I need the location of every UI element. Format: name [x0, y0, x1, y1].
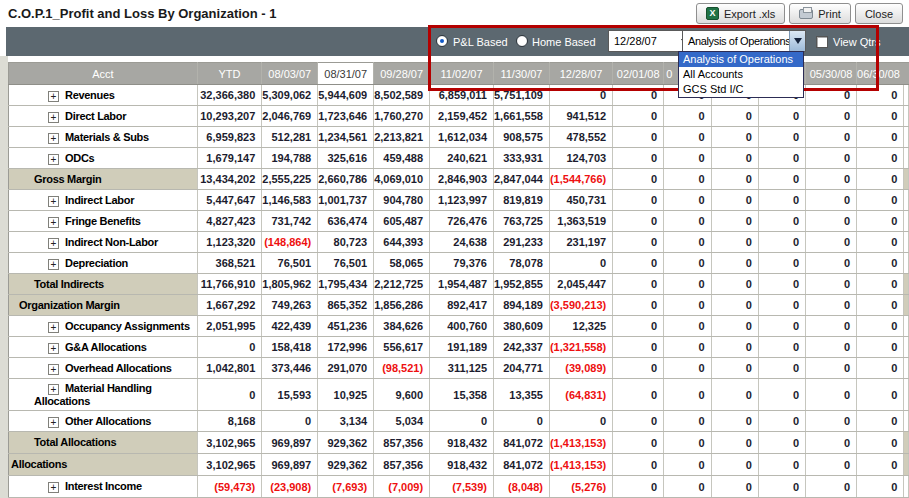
- expand-icon[interactable]: +: [48, 417, 59, 428]
- value-cell: 459,488: [374, 148, 430, 169]
- table-row: Total Indirects11,766,9101,805,9621,795,…: [9, 274, 909, 295]
- value-cell: 5,447,647: [197, 190, 262, 211]
- table-row: Gross Margin13,434,2022,555,2252,660,786…: [9, 169, 909, 190]
- close-label: Close: [865, 8, 893, 20]
- value-cell: 0: [857, 337, 904, 358]
- row-sliver: [904, 127, 909, 148]
- value-cell: 0: [664, 169, 711, 190]
- value-cell: 0: [197, 379, 262, 411]
- value-cell: 450,731: [549, 190, 612, 211]
- expand-icon[interactable]: +: [48, 322, 59, 333]
- table-row: Organization Margin1,667,292749,263865,3…: [9, 295, 909, 316]
- value-cell: 0: [711, 127, 758, 148]
- value-cell: 731,742: [262, 211, 318, 232]
- value-cell: 0: [613, 432, 664, 454]
- value-cell: 11,766,910: [197, 274, 262, 295]
- column-header[interactable]: YTD: [197, 63, 262, 85]
- value-cell: 124,703: [549, 148, 612, 169]
- row-label: +Depreciation: [9, 253, 198, 274]
- window-actions: XExport .xls Print Close: [696, 3, 903, 24]
- row-sliver: [904, 106, 909, 127]
- expand-icon[interactable]: +: [48, 343, 59, 354]
- row-sliver: [904, 253, 909, 274]
- expand-icon[interactable]: +: [48, 238, 59, 249]
- value-cell: 5,944,609: [318, 85, 374, 106]
- expand-icon[interactable]: +: [48, 112, 59, 123]
- value-cell: 0: [664, 454, 711, 476]
- value-cell: 373,446: [262, 358, 318, 379]
- dropdown-option[interactable]: GCS Std I/C: [679, 82, 803, 97]
- value-cell: 2,159,452: [430, 106, 494, 127]
- value-cell: 763,725: [494, 211, 550, 232]
- expand-icon[interactable]: +: [48, 196, 59, 207]
- value-cell: 0: [711, 337, 758, 358]
- value-cell: 0: [711, 476, 758, 498]
- value-cell: 15,593: [262, 379, 318, 411]
- dropdown-option[interactable]: Analysis of Operations: [679, 52, 803, 67]
- row-sliver: [904, 295, 909, 316]
- expand-icon[interactable]: +: [48, 384, 59, 395]
- column-header[interactable]: 08/31/07: [318, 63, 374, 85]
- value-cell: 941,512: [549, 106, 612, 127]
- value-cell: 0: [857, 295, 904, 316]
- value-cell: 0: [758, 169, 805, 190]
- value-cell: 0: [758, 337, 805, 358]
- value-cell: 0: [857, 432, 904, 454]
- value-cell: 0: [664, 274, 711, 295]
- row-label: +Indirect Non-Labor: [9, 232, 198, 253]
- row-label: Total Allocations: [9, 432, 198, 454]
- table-row: +Materials & Subs6,959,823512,2811,234,5…: [9, 127, 909, 148]
- value-cell: (23,908): [262, 476, 318, 498]
- export-xls-button[interactable]: XExport .xls: [696, 3, 785, 24]
- value-cell: 333,931: [494, 148, 550, 169]
- expand-icon[interactable]: +: [48, 482, 59, 493]
- value-cell: 0: [711, 358, 758, 379]
- value-cell: 0: [613, 274, 664, 295]
- expand-icon[interactable]: +: [48, 154, 59, 165]
- value-cell: 1,679,147: [197, 148, 262, 169]
- value-cell: 3,134: [318, 411, 374, 432]
- value-cell: 12,325: [549, 316, 612, 337]
- value-cell: 1,667,292: [197, 295, 262, 316]
- value-cell: (7,693): [318, 476, 374, 498]
- row-label: +G&A Allocations: [9, 337, 198, 358]
- value-cell: 0: [806, 127, 857, 148]
- close-button[interactable]: Close: [855, 3, 903, 24]
- column-header[interactable]: 08/03/07: [262, 63, 318, 85]
- print-button[interactable]: Print: [789, 3, 851, 24]
- row-label: +Occupancy Assignments: [9, 316, 198, 337]
- value-cell: 1,234,561: [318, 127, 374, 148]
- value-cell: 5,309,062: [262, 85, 318, 106]
- value-cell: 191,189: [430, 337, 494, 358]
- column-header-acct[interactable]: Acct: [9, 63, 198, 85]
- value-cell: 9,600: [374, 379, 430, 411]
- value-cell: 0: [613, 106, 664, 127]
- value-cell: 0: [549, 411, 612, 432]
- value-cell: 10,925: [318, 379, 374, 411]
- value-cell: 1,363,519: [549, 211, 612, 232]
- value-cell: 158,418: [262, 337, 318, 358]
- value-cell: 3,102,965: [197, 454, 262, 476]
- column-header[interactable]: 09/28/07: [374, 63, 430, 85]
- expand-icon[interactable]: +: [48, 91, 59, 102]
- value-cell: 929,362: [318, 432, 374, 454]
- printer-icon: [799, 9, 813, 19]
- row-label: Total Indirects: [9, 274, 198, 295]
- dropdown-option[interactable]: All Accounts: [679, 67, 803, 82]
- value-cell: 325,616: [318, 148, 374, 169]
- value-cell: 0: [664, 232, 711, 253]
- value-cell: 0: [613, 232, 664, 253]
- value-cell: 0: [711, 379, 758, 411]
- row-sliver: [904, 358, 909, 379]
- expand-icon[interactable]: +: [48, 217, 59, 228]
- value-cell: 0: [613, 148, 664, 169]
- value-cell: 0: [758, 148, 805, 169]
- value-cell: 10,293,207: [197, 106, 262, 127]
- value-cell: 929,362: [318, 454, 374, 476]
- expand-icon[interactable]: +: [48, 259, 59, 270]
- value-cell: 0: [262, 411, 318, 432]
- expand-icon[interactable]: +: [48, 133, 59, 144]
- row-label: +Revenues: [9, 85, 198, 106]
- value-cell: 13,434,202: [197, 169, 262, 190]
- expand-icon[interactable]: +: [48, 364, 59, 375]
